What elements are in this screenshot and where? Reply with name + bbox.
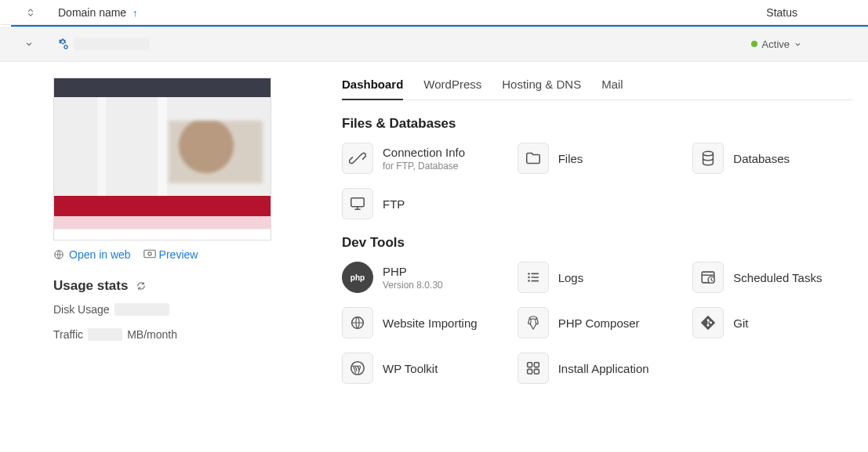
svg-point-4 [703, 151, 714, 156]
card-label: PHP [383, 265, 443, 278]
card-label: Databases [733, 152, 790, 165]
card-label: Files [558, 152, 583, 165]
column-status[interactable]: Status [766, 6, 797, 19]
tab-dashboard[interactable]: Dashboard [342, 78, 403, 100]
card-label: Scheduled Tasks [733, 271, 822, 284]
collapse-domain-icon[interactable] [24, 38, 35, 49]
svg-point-7 [528, 277, 530, 279]
domain-status-label: Active [762, 38, 790, 50]
usage-stats-title: Usage stats [53, 278, 128, 294]
disk-usage-label: Disk Usage [53, 303, 110, 316]
preview-link[interactable]: Preview [143, 248, 198, 261]
php-icon: php [342, 262, 373, 293]
card-install-application[interactable]: Install Application [518, 353, 677, 384]
open-in-web-label: Open in web [69, 248, 131, 261]
card-php-composer[interactable]: PHP Composer [518, 307, 677, 338]
card-php[interactable]: php PHP Version 8.0.30 [342, 262, 502, 293]
svg-rect-5 [351, 198, 365, 207]
card-label: WP Toolkit [383, 362, 438, 375]
svg-rect-19 [534, 369, 539, 374]
right-column: Dashboard WordPress Hosting & DNS Mail F… [340, 78, 852, 384]
domain-body: Open in web Preview Usage stats Disk Usa… [0, 62, 868, 403]
svg-point-6 [528, 273, 530, 275]
svg-rect-2 [143, 250, 154, 258]
refresh-icon[interactable] [136, 280, 147, 291]
list-header: Domain name ↑ Status [0, 0, 868, 25]
card-files[interactable]: Files [518, 143, 677, 174]
svg-point-8 [528, 280, 530, 282]
card-website-importing[interactable]: Website Importing [342, 307, 502, 338]
website-screenshot[interactable] [53, 78, 271, 240]
chevron-down-icon [794, 41, 801, 48]
sort-asc-icon: ↑ [133, 7, 138, 19]
collapse-all-icon[interactable] [25, 7, 36, 18]
usage-stats-title-row: Usage stats [53, 278, 332, 294]
section-files-databases: Files & Databases [342, 116, 852, 132]
disk-usage-value-redacted [114, 303, 169, 316]
calendar-clock-icon [692, 262, 724, 293]
tabs: Dashboard WordPress Hosting & DNS Mail [342, 78, 852, 100]
traffic-row: Traffic MB/month [53, 328, 332, 341]
svg-point-15 [351, 362, 365, 375]
card-sublabel: Version 8.0.30 [383, 280, 443, 291]
traffic-value-redacted [88, 328, 122, 341]
monitor-icon [342, 188, 373, 219]
globe-import-icon [342, 307, 373, 338]
page: Domain name ↑ Status Active [0, 0, 868, 403]
svg-point-13 [707, 324, 710, 327]
card-label: Connection Info [383, 146, 465, 159]
tab-hosting-dns[interactable]: Hosting & DNS [502, 78, 581, 99]
card-label: FTP [383, 197, 405, 211]
card-sublabel: for FTP, Database [383, 161, 465, 172]
preview-label: Preview [159, 248, 198, 261]
card-wp-toolkit[interactable]: WP Toolkit [342, 353, 502, 384]
tab-mail[interactable]: Mail [601, 78, 623, 99]
card-connection-info[interactable]: Connection Info for FTP, Database [342, 143, 502, 174]
card-databases[interactable]: Databases [692, 143, 852, 174]
database-icon [692, 143, 724, 174]
traffic-label: Traffic [53, 328, 83, 341]
card-label: Logs [558, 271, 584, 284]
card-label: Git [733, 316, 748, 330]
preview-links: Open in web Preview [53, 248, 332, 261]
disk-usage-row: Disk Usage [53, 303, 332, 316]
tab-wordpress[interactable]: WordPress [423, 78, 481, 99]
status-dot-icon [751, 41, 757, 47]
folder-icon [518, 143, 549, 174]
git-icon [692, 307, 724, 338]
left-column: Open in web Preview Usage stats Disk Usa… [53, 78, 332, 384]
svg-rect-16 [527, 363, 532, 367]
globe-icon [53, 249, 64, 260]
card-ftp[interactable]: FTP [342, 188, 502, 219]
list-icon [518, 262, 549, 293]
composer-icon [518, 307, 549, 338]
card-label: Install Application [558, 362, 649, 375]
domain-type-icon [56, 38, 69, 50]
eye-icon [143, 249, 154, 260]
column-domain-label: Domain name [58, 6, 126, 19]
svg-rect-18 [527, 369, 532, 374]
traffic-unit: MB/month [127, 328, 177, 341]
svg-rect-17 [534, 363, 539, 367]
wordpress-icon [342, 353, 373, 384]
open-in-web-link[interactable]: Open in web [53, 248, 131, 261]
card-label: Website Importing [383, 316, 478, 330]
card-logs[interactable]: Logs [518, 262, 677, 293]
section-dev-tools: Dev Tools [342, 235, 852, 251]
apps-grid-icon [518, 353, 549, 384]
connection-icon [342, 143, 373, 174]
card-scheduled-tasks[interactable]: Scheduled Tasks [692, 262, 852, 293]
domain-name-redacted [74, 38, 149, 50]
card-label: PHP Composer [558, 316, 640, 330]
files-db-grid: Connection Info for FTP, Database Files … [342, 143, 852, 219]
card-git[interactable]: Git [692, 307, 852, 338]
column-domain[interactable]: Domain name ↑ [58, 6, 138, 19]
domain-panel-header: Active [0, 27, 868, 62]
svg-point-3 [148, 252, 151, 255]
domain-status[interactable]: Active [751, 38, 801, 50]
dev-tools-grid: php PHP Version 8.0.30 Logs [342, 262, 852, 384]
